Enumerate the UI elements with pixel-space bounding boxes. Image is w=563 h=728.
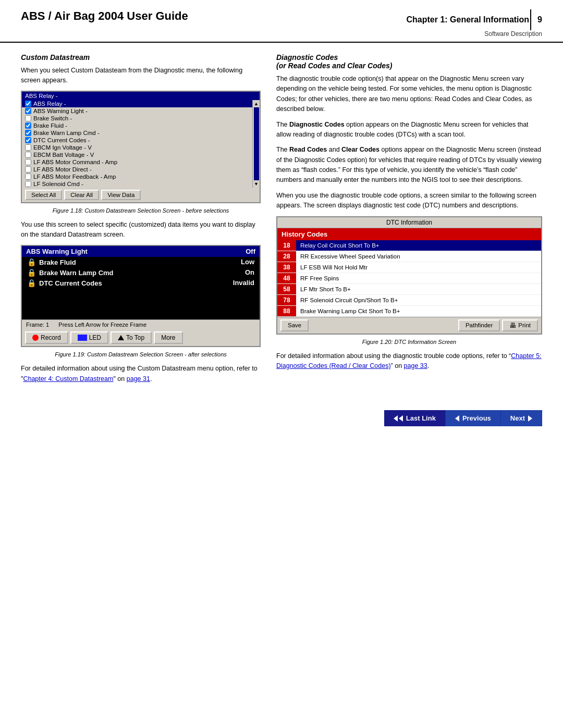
right-footer-text3: . [427,362,429,369]
section-title-custom-datastream: Custom Datastream [21,53,261,61]
last-link-arrow-left2-icon [399,415,403,422]
row-value: Invalid [233,279,254,287]
diag-title-line1: Diagnostic Codes [276,53,338,61]
next-label: Next [510,414,525,422]
dtc-titlebar: DTC Information [277,217,541,228]
arrow-up-icon [118,335,124,340]
item-label: EBCM Ign Voltage - V [33,144,92,151]
last-link-button[interactable]: Last Link [384,410,446,426]
last-link-arrow-left-icon [394,415,398,422]
row-label-text: DTC Current Codes [39,279,102,287]
dtc-desc: Brake Warning Lamp Ckt Short To B+ [296,306,404,316]
para2-prefix: The [276,121,289,128]
list-item[interactable]: EBCM Ign Voltage - V [22,144,252,151]
chapter4-link[interactable]: Chapter 4: Custom Datastream [23,375,113,382]
item-label: Brake Warn Lamp Cmd - [33,130,100,136]
dtc-row[interactable]: 58 LF Mtr Short To B+ [277,284,541,295]
more-button[interactable]: More [154,331,182,344]
record-button[interactable]: Record [25,331,68,344]
footer-text3: . [150,375,152,382]
list-item[interactable]: LF ABS Motor Direct - [22,166,252,173]
checkbox-abs-relay[interactable] [25,101,31,107]
page31-link[interactable]: page 31 [127,375,150,382]
dtc-row[interactable]: 38 LF ESB Will Not Hold Mtr [277,262,541,273]
select-all-button[interactable]: Select All [25,190,62,200]
list-item[interactable]: DTC Current Codes - [22,137,252,144]
screen2-box: ABS Warning Light Off 🔒 Brake Fluid Low … [21,245,261,347]
dtc-code: 18 [277,240,296,251]
list-item[interactable]: LF ABS Motor Command - Amp [22,158,252,166]
dtc-row[interactable]: 78 RF Solenoid Circuit Opn/Short To B+ [277,295,541,306]
list-item[interactable]: ABS Warning Light - [22,107,252,115]
row-label: 🔒 Brake Fluid [27,258,76,266]
para3-bold2: Clear Codes [341,146,380,153]
totop-label: To Top [126,334,144,341]
dtc-screen-box: DTC Information History Codes 18 Relay C… [276,216,542,335]
item-label: LF ABS Motor Command - Amp [33,159,117,165]
dtc-desc: Relay Coil Circuit Short To B+ [296,241,384,250]
led-button[interactable]: LED [70,331,108,344]
figure3-caption: Figure 1.20: DTC Information Screen [276,339,542,345]
checkbox-lf-solenoid[interactable] [25,181,31,187]
footer-text2: " on [113,375,126,382]
previous-label: Previous [462,414,491,422]
dtc-row[interactable]: 48 RF Free Spins [277,273,541,284]
list-item[interactable]: Brake Fluid - [22,122,252,129]
checkbox-ebcm-batt[interactable] [25,152,31,158]
dtc-code: 58 [277,284,296,294]
checkbox-ebcm-ign[interactable] [25,144,31,151]
diag-title-line2: (or Read Codes and Clear Codes) [276,61,393,70]
led-icon [78,335,87,341]
view-data-button[interactable]: View Data [101,190,141,200]
dtc-save-button[interactable]: Save [280,319,309,331]
dtc-row[interactable]: 28 RR Excessive Wheel Speed Variation [277,251,541,262]
screen2-row: 🔒 DTC Current Codes Invalid [22,278,260,288]
checkbox-lf-motor-cmd[interactable] [25,159,31,165]
checkbox-dtc-current[interactable] [25,137,31,143]
page-title: ABS / Air Bag 2004 User Guide [21,9,188,23]
last-link-label: Last Link [406,414,436,422]
para3-bold1: Read Codes [289,146,327,153]
right-para4: When you use the diagnostic trouble code… [276,191,542,211]
row-label-text: Brake Fluid [39,258,76,266]
row-label-text: Brake Warn Lamp Cmd [39,269,114,277]
screen2-row: 🔒 Brake Warn Lamp Cmd On [22,267,260,278]
page33-link[interactable]: page 33 [404,362,427,369]
checkbox-lf-feedback[interactable] [25,174,31,180]
dtc-row[interactable]: 18 Relay Coil Circuit Short To B+ [277,240,541,251]
previous-arrow-icon [455,415,459,422]
footer-frame: Frame: 1 [26,322,49,328]
clear-all-button[interactable]: Clear All [64,190,99,200]
header-right: Chapter 1: General Information 9 Softwar… [407,9,543,38]
previous-button[interactable]: Previous [446,410,501,426]
row-value: Low [241,258,254,266]
led-label: LED [89,334,101,341]
checkbox-brake-fluid[interactable] [25,122,31,129]
scroll-up-icon[interactable]: ▲ [254,101,259,106]
scrollbar[interactable]: ▲ ▼ [252,100,260,188]
screen2-footer: Frame: 1 Press Left Arrow for Freeze Fra… [22,319,260,329]
scroll-down-icon[interactable]: ▼ [254,181,259,187]
scroll-thumb[interactable] [254,107,259,180]
dtc-row[interactable]: 88 Brake Warning Lamp Ckt Short To B+ [277,306,541,317]
list-item[interactable]: Brake Switch - [22,115,252,122]
totop-button[interactable]: To Top [111,331,152,344]
list-item[interactable]: LF Solenoid Cmd - [22,180,252,188]
checkbox-brake-warn[interactable] [25,130,31,136]
item-label: LF Solenoid Cmd - [33,181,83,187]
lock-icon: 🔒 [27,279,36,287]
list-item[interactable]: ABS Relay - [22,100,252,107]
list-item[interactable]: EBCM Batt Voltage - V [22,151,252,158]
list-item[interactable]: Brake Warn Lamp Cmd - [22,129,252,137]
next-button[interactable]: Next [501,410,542,426]
checkbox-abs-warning[interactable] [25,108,31,114]
list-item[interactable]: LF ABS Motor Feedback - Amp [22,173,252,180]
checkbox-lf-motor-direct[interactable] [25,166,31,172]
dtc-desc: RR Excessive Wheel Speed Variation [296,252,405,261]
item-label: DTC Current Codes - [33,137,90,143]
dtc-print-button[interactable]: 🖶 Print [502,319,538,331]
checkbox-brake-switch[interactable] [25,115,31,121]
footer-para: For detailed information about using the… [21,364,261,384]
dtc-history-header: History Codes [277,228,541,240]
dtc-pathfinder-button[interactable]: Pathfinder [458,319,500,331]
